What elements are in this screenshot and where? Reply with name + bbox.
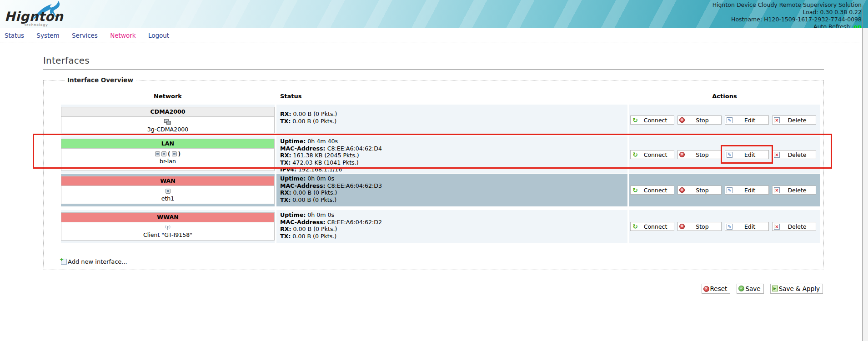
- delete-icon: ×: [774, 187, 780, 193]
- status-line: RX: 0.00 B (0 Pkts.): [280, 226, 627, 233]
- status-line: TX: 0.00 B (0 Pkts.): [280, 196, 627, 204]
- stop-button[interactable]: ×Stop: [677, 150, 722, 159]
- table-row-wwan: WWAN Client "GT-I9158" Uptime: 0h 0m 0s …: [61, 210, 820, 243]
- delete-icon: ×: [774, 224, 780, 230]
- interface-body: Client "GT-I9158": [61, 222, 274, 238]
- status-line: RX: 0.00 B (0 Pkts.): [280, 189, 627, 196]
- status-line: Uptime: 0h 4m 40s: [280, 138, 627, 145]
- add-page-icon: [61, 259, 67, 265]
- edit-icon: ✎: [727, 224, 733, 230]
- stop-button[interactable]: ×Stop: [677, 186, 722, 195]
- app-window: Hignton technology Hignton Device Cloudy…: [0, 0, 868, 341]
- connect-button[interactable]: ↻Connect: [630, 222, 674, 231]
- interface-body: eth1: [61, 186, 274, 202]
- device-label: Client "GT-I9158": [61, 231, 274, 238]
- interface-box: WWAN Client "GT-I9158": [61, 212, 275, 241]
- interface-name: WAN: [61, 176, 274, 186]
- ethernet-port-icon: [166, 189, 171, 194]
- actions-cell: ↻Connect ×Stop ✎Edit ×Delete: [629, 174, 820, 206]
- status-cell: RX: 0.00 B (0 Pkts.) TX: 0.00 B (0 Pkts.…: [276, 105, 627, 135]
- network-cell: LAN () br-lan: [61, 136, 275, 173]
- connect-button[interactable]: ↻Connect: [630, 186, 674, 195]
- main-content: Interfaces Interface Overview Network St…: [43, 43, 824, 294]
- interface-overview-section: Interface Overview Network Status Action…: [43, 76, 824, 270]
- ethernet-port-icon: [161, 151, 166, 156]
- delete-button[interactable]: ×Delete: [772, 222, 816, 231]
- nav-item-status[interactable]: Status: [5, 32, 24, 39]
- hostname: Hostname: H120-1509-1617-2932-7744-0098: [712, 16, 862, 23]
- stop-icon: ×: [679, 187, 685, 193]
- actions-cell: ↻Connect ×Stop ✎Edit ×Delete: [629, 105, 820, 135]
- save-apply-button[interactable]: ▶Save & Apply: [770, 284, 823, 294]
- delete-button[interactable]: ×Delete: [772, 186, 816, 195]
- nav-item-system[interactable]: System: [36, 32, 59, 39]
- wifi-icon: [61, 224, 274, 231]
- status-line: TX: 472.03 KB (1041 Pkts.): [280, 159, 627, 166]
- interface-body: () br-lan: [61, 149, 274, 165]
- table-header-row: Network Status Actions: [61, 91, 820, 102]
- status-cell: Uptime: 0h 0m 0s MAC-Address: C8:EE:A6:0…: [276, 174, 627, 206]
- tunnel-icon: [61, 118, 274, 125]
- connect-button[interactable]: ↻Connect: [630, 150, 674, 159]
- interface-box: WAN eth1: [61, 176, 275, 204]
- refresh-icon: ↻: [632, 117, 638, 123]
- refresh-icon: ↻: [632, 187, 638, 193]
- status-line: MAC-Address: C8:EE:A6:04:62:D4: [280, 145, 627, 152]
- column-header-actions: Actions: [629, 91, 820, 102]
- edit-button[interactable]: ✎Edit: [725, 186, 769, 195]
- auto-refresh-value: on: [854, 23, 862, 28]
- stop-button[interactable]: ×Stop: [677, 222, 722, 231]
- ethernet-port-icon: [172, 151, 177, 156]
- add-new-interface-link[interactable]: Add new interface...: [61, 258, 127, 265]
- actions-cell: ↻Connect ×Stop ✎Edit ×Delete: [629, 210, 820, 243]
- stop-icon: ×: [679, 224, 685, 229]
- connect-button[interactable]: ↻Connect: [630, 115, 674, 125]
- nav-item-network[interactable]: Network: [110, 32, 135, 39]
- column-header-status: Status: [276, 91, 627, 102]
- save-button[interactable]: ✓Save: [737, 284, 763, 294]
- actions-cell: ↻Connect ×Stop ✎Edit ×Delete: [629, 136, 820, 173]
- delete-icon: ×: [774, 117, 780, 123]
- nav-item-services[interactable]: Services: [72, 32, 98, 39]
- delete-button[interactable]: ×Delete: [772, 150, 816, 159]
- edit-icon: ✎: [727, 187, 733, 193]
- status-line: Uptime: 0h 0m 0s: [280, 211, 627, 219]
- edit-button[interactable]: ✎Edit: [725, 222, 769, 231]
- interface-name: WWAN: [61, 213, 274, 222]
- nav-item-logout[interactable]: Logout: [148, 32, 169, 39]
- page-title: Interfaces: [43, 43, 824, 70]
- edit-button-lan[interactable]: ✎Edit: [725, 150, 769, 159]
- table-row-lan: LAN () br-lan Uptime: 0h 4m 40s MAC-Addr…: [61, 136, 820, 170]
- device-label: br-lan: [61, 158, 274, 165]
- device-info-block: Hignton Device Cloudy Remote Supervisory…: [712, 1, 862, 28]
- edit-button[interactable]: ✎Edit: [725, 115, 769, 125]
- status-cell: Uptime: 0h 0m 0s MAC-Address: C8:EE:A6:0…: [276, 210, 627, 243]
- refresh-icon: ↻: [632, 151, 638, 158]
- reset-button[interactable]: ×Reset: [702, 284, 731, 294]
- status-line: TX: 0.00 B (0 Pkts.): [280, 118, 627, 125]
- ethernet-icon: [61, 187, 274, 195]
- status-line: Uptime: 0h 0m 0s: [280, 175, 627, 182]
- device-label: 3g-CDMA2000: [61, 126, 274, 133]
- interface-box: LAN () br-lan: [61, 139, 275, 171]
- vertical-scrollbar[interactable]: [863, 28, 868, 341]
- interface-name: LAN: [61, 139, 274, 149]
- solution-title: Hignton Device Cloudy Remote Supervisory…: [712, 1, 862, 9]
- brand-logo: Hignton technology: [5, 2, 73, 27]
- refresh-icon: ↻: [632, 223, 638, 230]
- table-row-wan: WAN eth1 Uptime: 0h 0m 0s MAC-Address: C…: [61, 174, 820, 206]
- edit-icon: ✎: [727, 117, 733, 123]
- interface-box: CDMA2000 3g-CDMA2000: [61, 107, 275, 133]
- network-cell: WAN eth1: [61, 174, 275, 206]
- main-nav: Status System Services Network Logout: [0, 28, 862, 42]
- stop-icon: ×: [679, 152, 685, 157]
- edit-icon: ✎: [727, 152, 733, 158]
- logo-subtitle: technology: [25, 23, 48, 27]
- auto-refresh-status: Auto Refresh: on: [712, 23, 862, 28]
- network-cell: CDMA2000 3g-CDMA2000: [61, 105, 275, 135]
- delete-button[interactable]: ×Delete: [772, 115, 816, 125]
- stop-button[interactable]: ×Stop: [677, 115, 722, 125]
- status-line: RX: 161.38 KB (2045 Pkts.): [280, 152, 627, 159]
- status-line: MAC-Address: C8:EE:A6:04:62:D2: [280, 219, 627, 226]
- stop-icon: ×: [679, 117, 685, 123]
